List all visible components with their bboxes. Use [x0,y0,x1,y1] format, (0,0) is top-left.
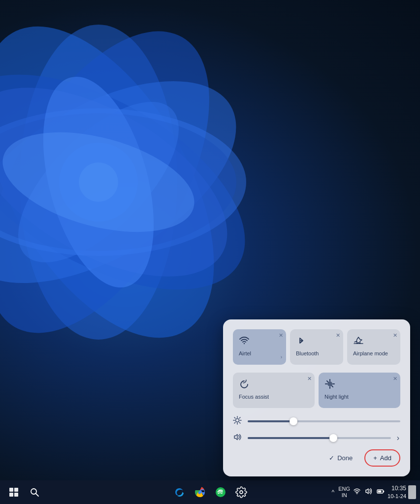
system-tray-expand[interactable]: ^ [330,488,337,497]
volume-slider[interactable] [248,437,391,439]
focus-label: Focus assist [239,394,269,400]
taskbar-left [4,482,44,502]
night-light-icon [324,378,335,392]
wifi-pin-icon[interactable]: ✕ [279,332,283,339]
focus-pin-icon[interactable]: ✕ [307,376,312,382]
wifi-tray-icon[interactable] [352,486,362,498]
svg-rect-40 [378,490,382,492]
add-plus-icon: + [373,454,377,462]
svg-line-19 [327,381,328,382]
wifi-label: Airtel [239,350,251,357]
done-check-icon: ✓ [329,454,334,462]
notification-panel-indicator[interactable] [408,485,416,499]
airplane-pin-icon[interactable]: ✕ [393,332,397,339]
focus-icon [239,378,250,392]
svg-line-26 [234,417,235,418]
brightness-icon [233,416,243,427]
svg-point-13 [244,343,245,344]
clock-time: 10:35 [388,485,406,493]
bluetooth-label: Bluetooth [296,350,319,357]
volume-icon [233,433,243,443]
add-label: Add [380,454,391,462]
volume-slider-row: › [233,433,400,443]
svg-rect-31 [14,488,18,492]
quick-settings-panel: ✕ Airtel › ✕ Blueto [223,319,410,476]
battery-tray-icon[interactable] [376,486,386,498]
taskbar: ^ ENG IN [0,480,420,504]
volume-thumb [329,434,337,442]
night-light-tile[interactable]: ✕ Night light [319,373,400,408]
brightness-fill [248,420,293,422]
tiles-grid-row1: ✕ Airtel › ✕ Blueto [233,329,400,365]
svg-line-35 [36,494,38,496]
clock-date: 10-1-24 [388,493,406,500]
taskbar-right: ^ ENG IN [330,485,416,500]
volume-fill [248,437,333,439]
night-light-pin-icon[interactable]: ✕ [393,376,397,382]
add-button[interactable]: + Add [364,449,400,467]
panel-actions: ✓ Done + Add [233,449,400,467]
svg-rect-33 [14,493,18,497]
wifi-tile[interactable]: ✕ Airtel › [233,329,286,365]
settings-icon[interactable] [231,482,251,502]
spotify-icon[interactable] [211,482,230,502]
brightness-slider-row [233,416,400,427]
wifi-icon [239,335,250,348]
svg-line-29 [234,422,235,423]
bluetooth-pin-icon[interactable]: ✕ [336,332,340,339]
svg-rect-30 [9,488,13,492]
airplane-tile[interactable]: ✕ Airplane mode [347,329,400,365]
language-region: IN [338,492,350,499]
system-clock[interactable]: 10:35 10-1-24 [388,485,406,500]
done-label: Done [337,454,353,462]
language-indicator[interactable]: ENG IN [338,486,350,499]
airplane-icon [353,335,364,348]
svg-line-27 [239,422,240,423]
taskbar-center-apps [169,482,251,502]
edge-icon[interactable] [169,482,189,502]
focus-assist-tile[interactable]: ✕ Focus assist [233,373,315,408]
brightness-slider[interactable] [248,420,400,422]
night-light-label: Night light [324,394,349,400]
brightness-thumb [290,417,297,425]
bluetooth-tile[interactable]: ✕ Bluetooth [290,329,343,365]
svg-point-38 [356,493,357,494]
svg-rect-32 [9,493,13,497]
search-button[interactable] [25,482,44,502]
wifi-chevron-icon[interactable]: › [281,354,282,360]
svg-point-34 [31,489,36,494]
done-button[interactable]: ✓ Done [325,452,356,464]
airplane-label: Airplane mode [353,350,388,357]
svg-point-12 [79,162,118,202]
language-code: ENG [338,486,350,492]
volume-chevron-icon[interactable]: › [396,433,400,443]
volume-tray-icon[interactable] [364,486,374,498]
tiles-grid-row2: ✕ Focus assist ✕ [233,373,400,408]
svg-line-28 [239,417,240,418]
svg-line-20 [332,386,333,387]
svg-point-21 [236,419,239,422]
start-button[interactable] [4,482,24,502]
bluetooth-icon [296,335,307,348]
chrome-icon[interactable] [190,482,210,502]
svg-point-37 [216,487,226,497]
